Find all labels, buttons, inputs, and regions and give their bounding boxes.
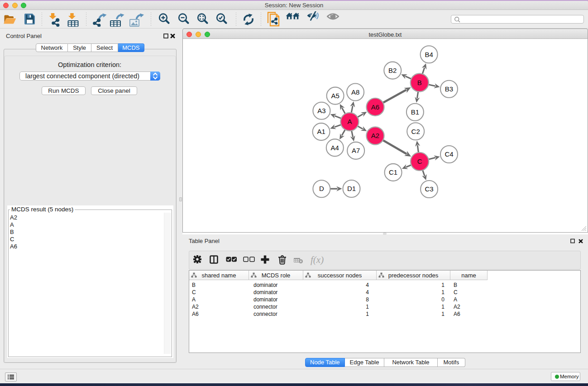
svg-text:C2: C2: [411, 128, 420, 135]
svg-text:B4: B4: [425, 51, 433, 58]
svg-text:C4: C4: [445, 150, 453, 158]
svg-text:A2: A2: [371, 132, 379, 139]
svg-text:A5: A5: [331, 92, 339, 100]
svg-text:C: C: [417, 157, 422, 165]
svg-text:B3: B3: [445, 85, 453, 93]
svg-text:A6: A6: [371, 103, 379, 111]
svg-text:A: A: [347, 118, 352, 125]
svg-text:B1: B1: [411, 108, 419, 116]
svg-text:B: B: [417, 79, 422, 86]
svg-text:B2: B2: [388, 67, 397, 74]
svg-text:C1: C1: [389, 168, 397, 176]
svg-text:D1: D1: [347, 185, 356, 192]
svg-text:D: D: [319, 185, 324, 192]
svg-text:A8: A8: [351, 88, 359, 96]
svg-text:A4: A4: [331, 144, 339, 152]
svg-text:C3: C3: [425, 185, 434, 193]
svg-text:A7: A7: [352, 147, 360, 154]
svg-text:A1: A1: [317, 128, 325, 135]
svg-text:A3: A3: [317, 107, 325, 114]
